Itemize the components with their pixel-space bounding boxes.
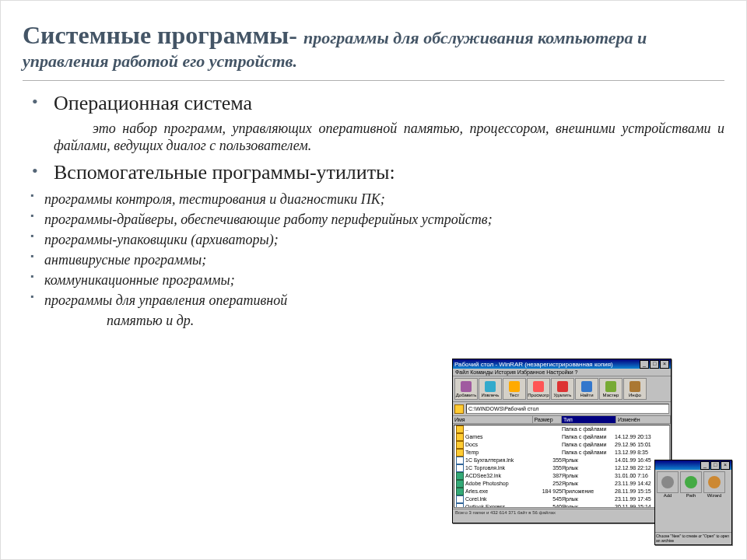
menu-bar: Файл Команды История Избранное Настройки…	[453, 369, 671, 376]
maximize-icon: □	[710, 461, 720, 470]
list-item: коммуникационные программы;	[23, 270, 724, 290]
tool-icon	[657, 471, 679, 493]
title-main: Системные программы-	[23, 21, 303, 49]
toolbar-button: Удалить	[551, 378, 574, 400]
minimize-icon: _	[640, 360, 649, 369]
toolbar-button: Инфо	[623, 378, 647, 400]
table-row: Arles.exe184 925Приложение28.11.99 15:15	[454, 488, 669, 495]
toolbar-button: Найти	[575, 378, 598, 400]
list-item: программы-упаковщики (архиваторы);	[23, 229, 724, 250]
screenshot-illustration: Рабочий стол - WinRAR (незарегистрирован…	[452, 359, 732, 545]
list-item: программы для управления оперативной пам…	[23, 290, 724, 331]
status-bar: Choose "New" to create or "Open" to open…	[655, 532, 731, 544]
toolbar-button: Тест	[503, 378, 526, 400]
list-item: программы контроля, тестирования и диагн…	[23, 189, 724, 209]
close-icon: ×	[721, 461, 730, 470]
file-list: ..Папка с файламиGamesПапка с файлами14.…	[454, 425, 670, 508]
table-row: DocsПапка с файлами29.12.96 15:01	[454, 441, 669, 449]
folder-icon	[454, 404, 464, 414]
toolbar-button: Извлечь	[479, 378, 502, 400]
table-row: 1С Бухгалтерия.lnk355Ярлык14.01.99 16:45	[454, 457, 669, 464]
minimize-icon: _	[700, 461, 710, 470]
address-input	[466, 404, 669, 414]
section1-heading: Операционная система	[54, 92, 252, 114]
table-row: ..Папка с файлами	[454, 425, 669, 433]
maximize-icon: □	[650, 360, 659, 369]
section1-desc: это набор программ, управляющих оператив…	[23, 120, 724, 155]
toolbar: ДобавитьИзвлечьТестПросмотрУдалитьНайтиМ…	[453, 376, 671, 402]
list-item: программы-драйверы, обеспечивающие работ…	[23, 209, 724, 229]
window-title: Рабочий стол - WinRAR (незарегистрирован…	[454, 361, 613, 368]
utility-list: программы контроля, тестирования и диагн…	[23, 189, 724, 331]
toolbar-button: Мастер	[599, 378, 622, 400]
table-row: Adobe Photoshop252Ярлык23.11.99 14:42	[454, 480, 669, 488]
section2-heading: Вспомогательные программы-утилиты:	[54, 161, 395, 184]
column-headers: Имя Размер Тип Изменён	[453, 416, 671, 424]
table-row: Outlook Express540Ярлык20.11.99 15:14	[454, 503, 669, 508]
toolbar-button: Добавить	[454, 378, 478, 400]
tool-icon	[703, 471, 725, 493]
list-item: антивирусные программы;	[23, 250, 724, 270]
toolbar-button: Просмотр	[527, 378, 550, 400]
divider	[23, 80, 724, 81]
table-row: GamesПапка с файлами14.12.99 20:13	[454, 433, 669, 441]
table-row: Corel.lnk545Ярлык23.11.99 17:45	[454, 495, 669, 503]
status-bar: Всего 3 папки и 432 614 371 байт в 56 фа…	[453, 509, 671, 516]
table-row: ACDSee32.lnk387Ярлык31.01.00 7:16	[454, 472, 669, 480]
secondary-window: _ □ × AddPathWizard Choose "New" to crea…	[654, 460, 732, 545]
winrar-window: Рабочий стол - WinRAR (незарегистрирован…	[452, 359, 672, 523]
table-row: 1С Торговля.lnk355Ярлык12.12.98 22:12	[454, 464, 669, 472]
slide-title: Системные программы- программы для обслу…	[23, 19, 724, 72]
tool-icon	[680, 471, 702, 493]
table-row: TempПапка с файлами13.12.99 8:35	[454, 449, 669, 457]
close-icon: ×	[660, 360, 669, 369]
